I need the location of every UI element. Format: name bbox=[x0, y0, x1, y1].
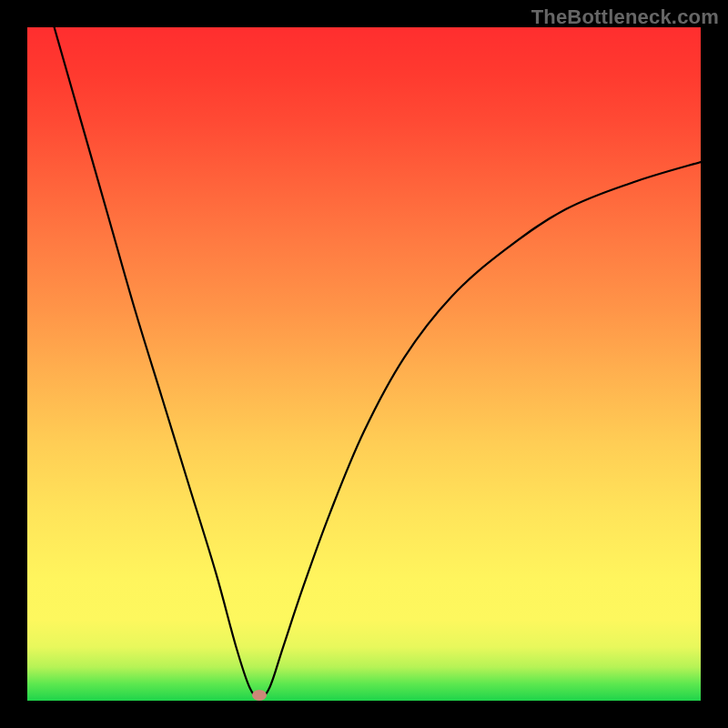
brand-label: TheBottleneck.com bbox=[531, 5, 719, 29]
optimum-marker bbox=[252, 690, 267, 701]
plot-background bbox=[27, 27, 701, 701]
chart-container: TheBottleneck.com bbox=[0, 0, 728, 728]
